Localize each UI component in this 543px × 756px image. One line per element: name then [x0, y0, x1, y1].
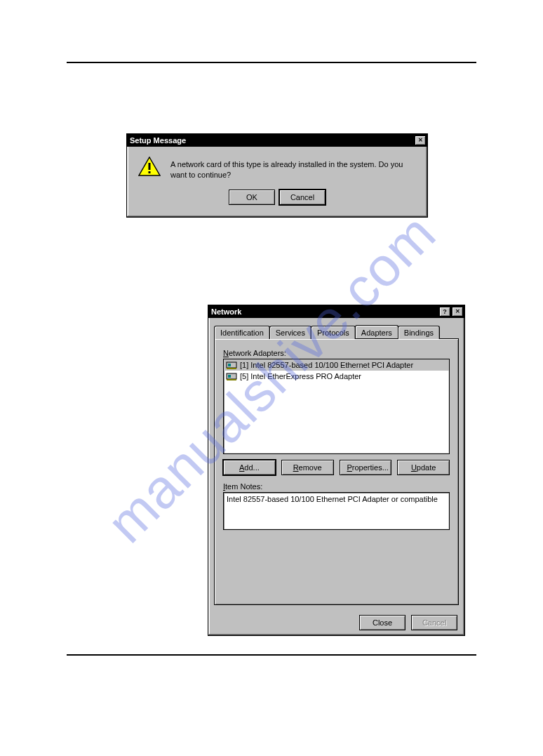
setup-message-dialog: Setup Message A network card of this typ…: [126, 133, 428, 218]
tab-services[interactable]: Services: [269, 326, 311, 339]
svg-rect-2: [149, 171, 151, 173]
svg-rect-4: [228, 364, 231, 366]
cancel-button: Cancel: [411, 615, 457, 630]
setup-message-title: Setup Message: [130, 136, 186, 145]
add-button[interactable]: Add...: [223, 460, 276, 475]
adapters-listbox[interactable]: [1] Intel 82557-based 10/100 Ethernet PC…: [223, 359, 450, 454]
ok-button[interactable]: OK: [229, 190, 275, 205]
close-icon[interactable]: [415, 135, 426, 145]
tab-identification[interactable]: Identification: [214, 326, 270, 339]
adapter-icon: [226, 371, 237, 381]
svg-rect-7: [228, 375, 231, 378]
tab-bindings[interactable]: Bindings: [398, 326, 440, 339]
network-titlebar[interactable]: Network: [208, 305, 464, 318]
properties-button[interactable]: Properties...: [340, 460, 392, 475]
setup-message-titlebar[interactable]: Setup Message: [127, 134, 427, 147]
list-item[interactable]: [5] Intel EtherExpress PRO Adapter: [224, 371, 449, 382]
adapters-tab-panel: Network Adapters: [1] Intel 82557-based …: [214, 338, 459, 605]
divider-bottom: [67, 654, 476, 656]
update-button[interactable]: Update: [397, 460, 450, 475]
remove-button[interactable]: Remove: [281, 460, 334, 475]
setup-message-text: A network card of this type is already i…: [170, 157, 416, 181]
item-notes-text: Intel 82557-based 10/100 Ethernet PCI Ad…: [227, 495, 438, 503]
tab-protocols[interactable]: Protocols: [311, 326, 356, 339]
network-adapters-label: Network Adapters:: [223, 349, 450, 357]
item-notes-label: Item Notes:: [223, 482, 450, 491]
close-button[interactable]: Close: [359, 615, 405, 630]
cancel-button[interactable]: Cancel: [279, 190, 326, 205]
divider-top: [67, 62, 476, 63]
network-dialog: Network Identification Services Protocol…: [208, 305, 465, 636]
tab-strip: Identification Services Protocols Adapte…: [214, 325, 459, 338]
item-notes-box: Intel 82557-based 10/100 Ethernet PCI Ad…: [223, 492, 450, 530]
svg-rect-1: [149, 163, 151, 170]
help-icon[interactable]: [439, 307, 450, 317]
list-item[interactable]: [1] Intel 82557-based 10/100 Ethernet PC…: [224, 359, 449, 371]
adapter-icon: [226, 360, 237, 370]
close-icon[interactable]: [452, 307, 463, 317]
warning-icon: [138, 157, 161, 176]
list-item-label: [1] Intel 82557-based 10/100 Ethernet PC…: [240, 361, 413, 369]
tab-adapters[interactable]: Adapters: [355, 325, 398, 338]
list-item-label: [5] Intel EtherExpress PRO Adapter: [240, 372, 361, 380]
network-title: Network: [211, 307, 241, 316]
